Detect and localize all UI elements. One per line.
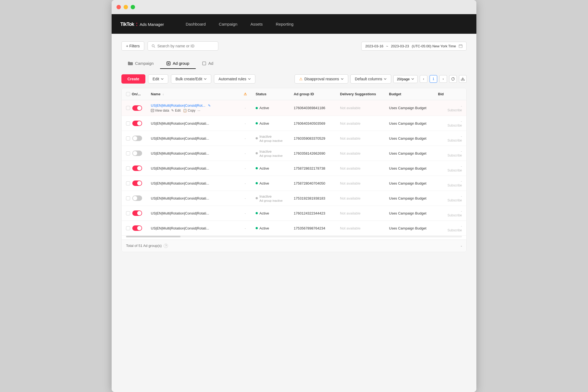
cell-name-6: US|EN|Multi|Rotation|Consid|Rotati...	[146, 191, 239, 206]
cell-warn-1: -	[239, 116, 251, 131]
row-checkbox-3[interactable]	[126, 151, 130, 155]
row-toggle-2[interactable]	[132, 136, 142, 141]
edit-btn-0[interactable]: ✎ Edit	[171, 109, 180, 112]
minimize-button[interactable]	[124, 5, 128, 9]
help-icon[interactable]: ?	[164, 244, 168, 248]
refresh-button[interactable]	[449, 75, 457, 83]
row-checkbox-7[interactable]	[126, 211, 130, 215]
export-button[interactable]	[459, 75, 467, 83]
tab-adgroup[interactable]: Ad group	[160, 58, 196, 69]
row-checkbox-6[interactable]	[126, 196, 130, 200]
subscribe-link-5[interactable]: Subscribe	[448, 183, 462, 187]
row-checkbox-4[interactable]	[126, 166, 130, 170]
cell-delivery-0: Not available	[336, 100, 385, 116]
cell-budget-2: Uses Campaign Budget	[385, 131, 434, 146]
ad-icon	[202, 62, 206, 65]
header-name[interactable]: Name ↕	[146, 88, 239, 100]
status-dot-0	[256, 107, 258, 109]
cell-budget-5: Uses Campaign Budget	[385, 176, 434, 191]
delivery-value-2: Not available	[340, 136, 360, 140]
row-toggle-1[interactable]	[132, 121, 142, 126]
row-toggle-5[interactable]	[132, 180, 142, 186]
budget-value-5: Uses Campaign Budget	[389, 181, 426, 185]
row-checkbox-0[interactable]	[126, 106, 130, 110]
status-dot-4	[256, 167, 258, 169]
cell-budget-1: Uses Campaign Budget	[385, 116, 434, 131]
subscribe-link-8[interactable]: Subscribe	[448, 228, 462, 232]
maximize-button[interactable]	[131, 5, 135, 9]
delivery-value-4: Not available	[340, 166, 360, 170]
bulk-create-button[interactable]: Bulk create/Edit	[171, 74, 211, 84]
tab-ad[interactable]: Ad	[196, 58, 220, 69]
automated-rules-button[interactable]: Automated rules	[214, 74, 255, 84]
row-toggle-7[interactable]	[132, 210, 142, 216]
cell-toggle-3	[122, 146, 146, 161]
row-toggle-3[interactable]	[132, 151, 142, 156]
search-input[interactable]	[157, 44, 214, 48]
cell-warn-6: -	[239, 191, 251, 206]
more-btn-0[interactable]: ···	[198, 109, 200, 112]
subscribe-link-7[interactable]: Subscribe	[448, 213, 462, 217]
subscribe-link-2[interactable]: Subscribe	[448, 139, 462, 142]
copy-btn-0[interactable]: 📋 Copy	[183, 109, 195, 112]
tab-campaign-label: Campaign	[135, 61, 154, 66]
edit-button[interactable]: Edit	[148, 74, 168, 84]
prev-page-button[interactable]: ‹	[420, 75, 427, 83]
brand-name: TikTok	[120, 22, 134, 27]
cell-warn-7: -	[239, 206, 251, 221]
subscribe-link-6[interactable]: Subscribe	[448, 198, 462, 202]
actions-right: ⚠ Disapproval reasons Default columns 20…	[295, 74, 467, 84]
subscribe-link-0[interactable]: Subscribe	[448, 108, 462, 112]
search-icon	[152, 44, 155, 48]
create-button[interactable]: Create	[121, 74, 145, 84]
warn-dash-7: -	[245, 211, 246, 215]
budget-value-2: Uses Campaign Budget	[389, 136, 426, 140]
filter-button[interactable]: + Filters	[121, 41, 144, 51]
row-name-link-0[interactable]: US|EN|Multi|Rotation|Consid|Rot...	[151, 103, 205, 108]
cell-delivery-1: Not available	[336, 116, 385, 131]
row-checkbox-5[interactable]	[126, 181, 130, 185]
toolbar: + Filters 2023-03-16 ~ 2023-03-23 (UTC-0…	[121, 41, 467, 51]
per-page-select[interactable]: 20/page	[393, 75, 418, 83]
warn-dash-0: -	[245, 106, 246, 110]
bid-value-6: -	[461, 194, 462, 198]
date-range[interactable]: 2023-03-16 ~ 2023-03-23 (UTC-05:00) New …	[361, 42, 467, 51]
close-button[interactable]	[117, 5, 121, 9]
navbar: TikTok : Ads Manager Dashboard Campaign …	[112, 14, 476, 34]
cell-name-8: US|EN|Multi|Rotation|Consid|Rotati...	[146, 221, 239, 236]
nav-assets[interactable]: Assets	[250, 22, 263, 26]
status-sub-6: Ad group inactive	[259, 199, 283, 202]
cell-name-1: US|EN|Multi|Rotation|Consid|Rotati...	[146, 116, 239, 131]
default-columns-button[interactable]: Default columns	[350, 74, 391, 84]
row-checkbox-2[interactable]	[126, 136, 130, 140]
nav-campaign[interactable]: Campaign	[219, 22, 237, 26]
subscribe-link-1[interactable]: Subscribe	[448, 124, 462, 127]
row-toggle-6[interactable]	[132, 195, 142, 201]
edit-pencil-icon-0[interactable]: ✎	[208, 104, 211, 108]
row-toggle-8[interactable]	[132, 225, 142, 231]
cell-delivery-2: Not available	[336, 131, 385, 146]
view-data-btn-0[interactable]: View data	[151, 109, 169, 112]
row-toggle-0[interactable]	[132, 105, 142, 111]
nav-reporting[interactable]: Reporting	[276, 22, 293, 26]
tab-campaign[interactable]: Campaign	[121, 58, 160, 69]
nav-dashboard[interactable]: Dashboard	[186, 22, 206, 26]
disapproval-reasons-button[interactable]: ⚠ Disapproval reasons	[295, 74, 348, 84]
row-checkbox-1[interactable]	[126, 121, 130, 125]
sort-icon: ↕	[163, 93, 164, 96]
ad-group-id-4: 1758728632178738	[294, 166, 325, 170]
subscribe-link-4[interactable]: Subscribe	[448, 169, 462, 172]
header-budget: Budget	[385, 88, 434, 100]
cell-id-4: 1758728632178738	[289, 161, 336, 176]
select-all-checkbox[interactable]	[126, 92, 130, 96]
subscribe-link-3[interactable]: Subscribe	[448, 154, 462, 157]
cell-status-6: Inactive Ad group inactive	[251, 191, 289, 206]
header-status: Status	[251, 88, 289, 100]
scrollbar-thumb[interactable]	[126, 236, 180, 237]
cell-toggle-1	[122, 116, 146, 131]
next-page-button[interactable]: ›	[439, 75, 447, 83]
row-toggle-4[interactable]	[132, 166, 142, 171]
row-checkbox-8[interactable]	[126, 226, 130, 230]
warn-dash-6: -	[245, 196, 246, 200]
cell-toggle-5	[122, 176, 146, 191]
